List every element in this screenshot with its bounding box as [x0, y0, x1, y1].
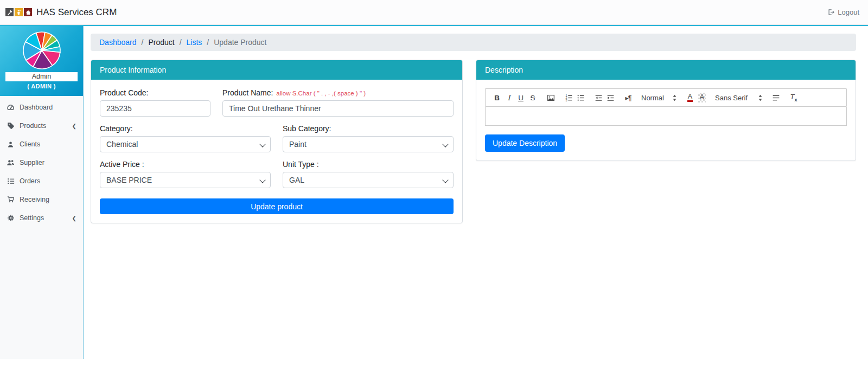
- unit-type-select[interactable]: GAL: [283, 172, 454, 188]
- breadcrumb-item-update-product: Update Product: [214, 38, 266, 47]
- font-select-label: Sans Serif: [715, 94, 748, 102]
- house-icon: [24, 8, 32, 16]
- sidebar-item-label: Clients: [20, 140, 40, 148]
- toolbar-group: BIUS: [491, 92, 539, 104]
- sidebar-item-label: Orders: [20, 177, 40, 185]
- updown-arrows-icon: [672, 94, 677, 102]
- toolbar-group: Tx: [788, 92, 800, 104]
- settings-icon: [7, 214, 15, 222]
- clients-icon: [7, 141, 15, 148]
- breadcrumb-separator: /: [180, 38, 182, 47]
- font-select[interactable]: Sans Serif: [714, 94, 764, 102]
- outdent-button[interactable]: [592, 92, 604, 104]
- sidebar-item-clients[interactable]: Clients: [0, 135, 83, 153]
- product-information-header: Product Information: [91, 60, 462, 80]
- description-card: Description BIUS123▸¶NormalAASans SerifT…: [476, 60, 856, 161]
- editor-toolbar: BIUS123▸¶NormalAASans SerifTx: [485, 88, 847, 107]
- toolbar-group: [592, 92, 616, 104]
- sub-category-label: Sub Category:: [283, 124, 454, 133]
- image-button[interactable]: [545, 92, 557, 104]
- sidebar-item-supplier[interactable]: Supplier: [0, 153, 83, 172]
- top-navbar: HAS Services CRM Logout: [0, 0, 868, 25]
- svg-text:3: 3: [565, 98, 567, 101]
- sidebar-item-products[interactable]: Products❮: [0, 117, 83, 135]
- sidebar-item-orders[interactable]: Orders: [0, 172, 83, 190]
- sidebar-item-label: Settings: [20, 214, 44, 222]
- background-color-button[interactable]: A: [696, 92, 708, 104]
- supplier-icon: [7, 159, 15, 166]
- strike-button[interactable]: S: [527, 92, 539, 104]
- spray-gun-icon: [15, 8, 23, 16]
- updown-arrows-icon: [758, 94, 763, 102]
- logout-button[interactable]: Logout: [827, 8, 859, 16]
- logout-label: Logout: [838, 8, 859, 16]
- breadcrumb-separator: /: [142, 38, 144, 47]
- product-name-label: Product Name:: [222, 88, 273, 97]
- toolbar-group: Normal: [640, 94, 678, 102]
- sidebar: Admin ( ADMIN ) DashboardProducts❮Client…: [0, 26, 84, 359]
- unit-type-label: Unit Type :: [283, 160, 454, 169]
- indent-button[interactable]: [604, 92, 616, 104]
- breadcrumb-item-product: Product: [148, 38, 174, 47]
- chevron-left-icon: ❮: [72, 215, 76, 221]
- bold-button[interactable]: B: [491, 92, 503, 104]
- main-content: Dashboard/Product/Lists/Update Product P…: [84, 26, 868, 359]
- product-information-card: Product Information Product Code: Produc…: [91, 60, 463, 223]
- category-select[interactable]: Chemical: [100, 136, 271, 152]
- toolbar-group: AA: [684, 92, 708, 104]
- hammer-icon: [5, 8, 14, 16]
- dashboard-icon: [7, 104, 15, 111]
- app-title: HAS Services CRM: [36, 7, 117, 18]
- pie-chart-logo: [22, 30, 62, 70]
- italic-button[interactable]: I: [503, 92, 515, 104]
- sidebar-item-settings[interactable]: Settings❮: [0, 209, 83, 227]
- breadcrumb-separator: /: [207, 38, 209, 47]
- brand-link[interactable]: HAS Services CRM: [5, 7, 117, 18]
- toolbar-group: Sans Serif: [714, 94, 764, 102]
- update-product-button[interactable]: Update product: [100, 198, 454, 214]
- toolbar-group: 123: [563, 92, 586, 104]
- chevron-left-icon: ❮: [72, 123, 76, 129]
- description-editor[interactable]: [485, 107, 847, 126]
- description-header: Description: [476, 60, 856, 80]
- breadcrumb: Dashboard/Product/Lists/Update Product: [91, 34, 856, 51]
- sidebar-item-label: Products: [20, 122, 46, 130]
- align-button[interactable]: [770, 92, 782, 104]
- orders-icon: [7, 177, 15, 185]
- breadcrumb-item-dashboard[interactable]: Dashboard: [99, 38, 137, 47]
- sign-out-icon: [827, 9, 834, 16]
- product-name-input[interactable]: [222, 100, 454, 117]
- product-name-hint: allow S.Char ( " . , - ,( space ) " ): [276, 90, 366, 97]
- sidebar-item-label: Receiving: [20, 196, 49, 203]
- product-code-label: Product Code:: [100, 88, 210, 97]
- sidebar-item-dashboard[interactable]: Dashboard: [0, 98, 83, 117]
- update-description-button[interactable]: Update Description: [485, 134, 565, 152]
- clean-button[interactable]: Tx: [788, 92, 800, 104]
- admin-name: Admin: [5, 72, 78, 81]
- bullet-list-button[interactable]: [575, 92, 586, 104]
- sidebar-item-receiving[interactable]: Receiving: [0, 190, 83, 209]
- sidebar-menu: DashboardProducts❮ClientsSupplierOrdersR…: [0, 96, 83, 227]
- category-label: Category:: [100, 124, 271, 133]
- toolbar-group: [545, 92, 557, 104]
- sub-category-select[interactable]: Paint: [283, 136, 454, 152]
- product-code-input[interactable]: [100, 100, 210, 117]
- toolbar-group: ▸¶: [622, 92, 634, 104]
- active-price-select[interactable]: BASE PRICE: [100, 172, 271, 188]
- sidebar-item-label: Dashboard: [20, 104, 53, 111]
- direction-button[interactable]: ▸¶: [622, 92, 634, 104]
- toolbar-group: [770, 92, 782, 104]
- ordered-list-button[interactable]: 123: [563, 92, 575, 104]
- breadcrumb-item-lists[interactable]: Lists: [187, 38, 202, 47]
- header-select[interactable]: Normal: [640, 94, 678, 102]
- sidebar-item-label: Supplier: [20, 159, 44, 166]
- brand-logo: [5, 8, 32, 16]
- products-icon: [7, 122, 15, 130]
- sidebar-header: Admin ( ADMIN ): [0, 26, 83, 96]
- header-select-label: Normal: [641, 94, 664, 102]
- receiving-icon: [7, 196, 15, 203]
- active-price-label: Active Price :: [100, 160, 271, 169]
- underline-button[interactable]: U: [515, 92, 527, 104]
- admin-role: ( ADMIN ): [0, 83, 83, 89]
- text-color-button[interactable]: A: [684, 92, 696, 104]
